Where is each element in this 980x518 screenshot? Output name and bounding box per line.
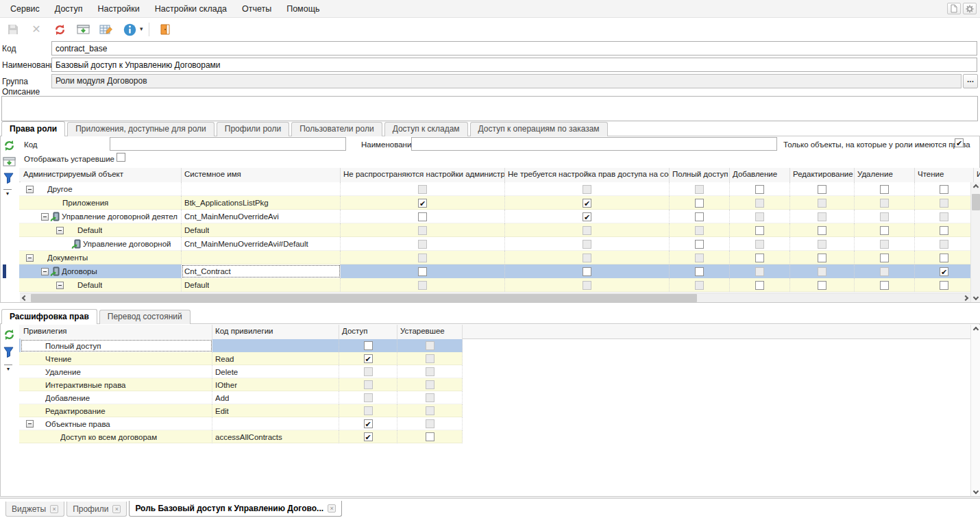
checkbox[interactable]	[940, 267, 948, 276]
checkbox[interactable]	[755, 254, 764, 262]
refresh-button[interactable]	[51, 21, 69, 38]
import-grid-button[interactable]	[3, 156, 16, 167]
checkbox[interactable]	[418, 226, 427, 235]
column-header[interactable]: И	[974, 168, 980, 182]
show-obsolete-checkbox[interactable]	[117, 153, 125, 162]
checkbox[interactable]	[695, 281, 704, 290]
checkbox[interactable]	[818, 226, 826, 235]
privileges-scroll-up-arrow[interactable]	[971, 325, 980, 334]
privileges-vertical-scrollbar[interactable]	[970, 325, 980, 496]
only-rights-checkbox[interactable]	[955, 138, 964, 147]
tab-role-4[interactable]: Пользователи роли	[291, 122, 382, 136]
menu-item-2[interactable]: Доступ	[47, 1, 90, 17]
filter-code-input[interactable]	[110, 137, 346, 151]
report-page-button[interactable]	[947, 3, 961, 14]
checkbox[interactable]	[426, 419, 434, 428]
checkbox[interactable]	[418, 212, 427, 221]
checkbox[interactable]	[364, 380, 373, 389]
rights-vertical-scrollbar[interactable]	[970, 182, 980, 302]
checkbox[interactable]	[818, 185, 826, 194]
checkbox[interactable]	[583, 199, 591, 208]
column-header[interactable]: Устаревшее	[397, 325, 463, 339]
privilege-row[interactable]: ДобавлениеAdd	[19, 391, 463, 404]
table-row[interactable]: DefaultDefault	[19, 223, 970, 237]
expander-icon[interactable]	[56, 282, 64, 289]
checkbox[interactable]	[695, 240, 704, 249]
checkbox[interactable]	[880, 240, 889, 249]
scroll-right-arrow[interactable]	[961, 293, 970, 303]
vscrollbar-thumb[interactable]	[972, 194, 980, 210]
privilege-row[interactable]: Доступ ко всем договорамaccessAllContrac…	[19, 430, 463, 443]
checkbox[interactable]	[426, 367, 434, 376]
checkbox[interactable]	[880, 281, 889, 290]
checkbox[interactable]	[583, 185, 591, 194]
menu-item-3[interactable]: Настройки	[90, 1, 147, 17]
checkbox[interactable]	[418, 240, 427, 249]
privilege-row[interactable]: Полный доступ	[19, 339, 463, 352]
tab-role-5[interactable]: Доступ к складам	[384, 122, 468, 136]
expander-icon[interactable]	[26, 420, 34, 428]
checkbox[interactable]	[880, 199, 889, 208]
tab-role-6[interactable]: Доступ к операциям по заказам	[470, 122, 608, 136]
menu-item-5[interactable]: Отчеты	[234, 1, 279, 17]
checkbox[interactable]	[364, 406, 373, 415]
checkbox[interactable]	[880, 226, 889, 235]
menu-item-1[interactable]: Сервис	[3, 1, 47, 17]
checkbox[interactable]	[880, 267, 889, 276]
refresh-grid-button[interactable]	[3, 140, 15, 151]
tab-details-2[interactable]: Перевод состояний	[99, 310, 191, 324]
column-header[interactable]: Администрируемый объект	[21, 168, 182, 182]
column-header[interactable]: Системное имя	[182, 168, 341, 182]
checkbox[interactable]	[695, 199, 704, 208]
scroll-up-arrow[interactable]	[971, 182, 980, 192]
checkbox[interactable]	[755, 226, 764, 235]
checkbox[interactable]	[818, 212, 826, 221]
close-tab-icon[interactable]: ×	[50, 505, 58, 513]
checkbox[interactable]	[755, 199, 764, 208]
column-header[interactable]: Удаление	[855, 168, 915, 182]
dock-tab-3[interactable]: Роль Базовый доступ к Управлению Догово.…	[129, 501, 342, 517]
info-button[interactable]	[121, 21, 138, 38]
edit-table-button[interactable]	[97, 21, 115, 38]
checkbox[interactable]	[364, 419, 373, 428]
checkbox[interactable]	[940, 240, 948, 249]
name-input[interactable]	[51, 58, 977, 72]
dropdown-arrow-icon[interactable]: ▾	[140, 25, 143, 32]
checkbox[interactable]	[818, 240, 826, 249]
table-row[interactable]: Документы	[19, 251, 970, 264]
save-button[interactable]	[4, 21, 22, 38]
group-browse-button[interactable]: ...	[963, 74, 978, 88]
checkbox[interactable]	[418, 267, 427, 276]
checkbox[interactable]	[755, 267, 764, 276]
menu-item-6[interactable]: Помощь	[279, 1, 327, 17]
checkbox[interactable]	[426, 393, 434, 402]
checkbox[interactable]	[880, 212, 889, 221]
privileges-scroll-down-arrow[interactable]	[971, 486, 980, 496]
checkbox[interactable]	[426, 380, 434, 389]
privilege-row[interactable]: УдалениеDelete	[19, 365, 463, 378]
column-header[interactable]: Полный доступ	[670, 168, 730, 182]
checkbox[interactable]	[695, 226, 704, 235]
checkbox[interactable]	[426, 341, 434, 350]
privilege-row[interactable]: РедактированиеEdit	[19, 404, 463, 417]
checkbox[interactable]	[818, 267, 826, 276]
dock-tab-1[interactable]: Виджеты×	[5, 502, 64, 517]
checkbox[interactable]	[755, 281, 764, 290]
checkbox[interactable]	[364, 432, 373, 441]
horizontal-scrollbar[interactable]	[20, 293, 970, 302]
checkbox[interactable]	[818, 199, 826, 208]
checkbox[interactable]	[940, 254, 948, 262]
hscrollbar-thumb[interactable]	[31, 294, 697, 302]
checkbox[interactable]	[695, 267, 704, 276]
checkbox[interactable]	[364, 341, 373, 350]
splitter[interactable]	[0, 497, 980, 499]
checkbox[interactable]	[818, 254, 826, 262]
tab-role-1[interactable]: Права роли	[1, 121, 65, 136]
checkbox[interactable]	[418, 185, 427, 194]
scroll-left-arrow[interactable]	[20, 293, 29, 303]
table-row[interactable]: Другое	[19, 182, 970, 196]
checkbox[interactable]	[426, 432, 434, 441]
column-header[interactable]: Код привилегии	[212, 325, 339, 339]
column-header[interactable]: Доступ	[339, 325, 397, 339]
description-textarea[interactable]	[1, 96, 978, 121]
